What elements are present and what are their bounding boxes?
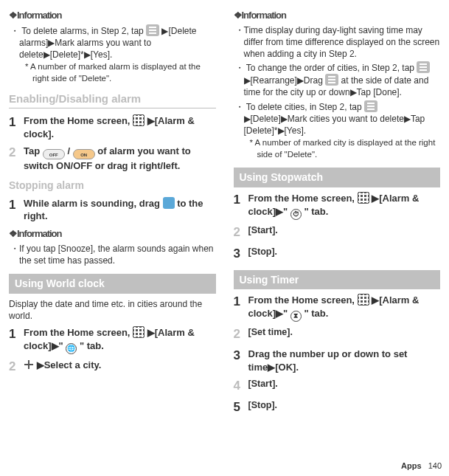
sub-heading: Stopping alarm <box>9 179 216 193</box>
step: 3 Drag the number up or down to set time… <box>234 348 441 373</box>
step-number: 2 <box>9 145 24 173</box>
text: From the Home screen, <box>248 294 358 306</box>
step: 1 From the Home screen, ▶[Alarm & clock]… <box>9 326 216 354</box>
apps-grid-icon <box>358 192 369 204</box>
text: " tab. <box>304 206 328 217</box>
text: To delete cities, in Step 2, tap <box>246 102 364 112</box>
section-heading: Enabling/Disabling alarm <box>9 92 216 108</box>
step-number: 2 <box>234 224 248 241</box>
text: ▶Select a city. <box>37 359 102 370</box>
toggle-on-icon: ON <box>73 149 95 159</box>
step-body: [Set time]. <box>248 326 441 343</box>
text: From the Home screen, <box>248 193 358 204</box>
step: 4 [Start]. <box>234 378 441 395</box>
info-bullet: To change the order of cities, in Step 2… <box>237 61 441 99</box>
info-heading: ❖Information <box>9 227 216 241</box>
step: 2 ▶Select a city. <box>9 359 216 376</box>
step-number: 1 <box>9 197 24 223</box>
stopwatch-tab-icon: ⏱ <box>290 209 302 220</box>
text: / <box>67 145 72 156</box>
menu-icon <box>417 61 430 73</box>
step-body: ▶Select a city. <box>24 359 216 376</box>
info-list: To delete alarms, in Step 2, tap ▶[Delet… <box>12 24 216 85</box>
text: Tap <box>24 145 43 156</box>
info-list: If you tap [Snooze], the alarm sounds ag… <box>12 243 216 266</box>
right-column: ❖Information Time display during day-lig… <box>225 0 450 476</box>
info-heading: ❖Information <box>234 9 441 22</box>
step-number: 4 <box>234 378 248 395</box>
plus-icon <box>24 359 34 370</box>
step-body: From the Home screen, ▶[Alarm & clock]. <box>24 114 216 140</box>
text: " tab. <box>304 308 328 319</box>
step-number: 2 <box>9 359 24 376</box>
timer-tab-icon: ⧗ <box>290 311 302 322</box>
text: To change the order of cities, in Step 2… <box>246 63 417 73</box>
intro-text: Display the date and time etc. in cities… <box>9 298 216 322</box>
globe-tab-icon: 🌐 <box>66 343 77 354</box>
page-footer: Apps 140 <box>401 461 442 472</box>
step-number: 5 <box>234 399 248 416</box>
text: While alarm is sounding, drag <box>24 198 163 209</box>
text: From the Home screen, <box>24 115 133 126</box>
step-number: 3 <box>234 246 248 263</box>
step: 5 [Stop]. <box>234 399 441 416</box>
step-body: From the Home screen, ▶[Alarm & clock]▶"… <box>24 326 216 354</box>
step: 3 [Stop]. <box>234 246 441 263</box>
left-column: ❖Information To delete alarms, in Step 2… <box>0 0 225 476</box>
footer-section: Apps <box>401 461 422 470</box>
step-number: 1 <box>234 192 248 220</box>
drag-handle-icon <box>325 74 338 86</box>
apps-grid-icon <box>133 114 145 126</box>
info-bullet: Time display during day-light saving tim… <box>237 24 441 61</box>
step-body: [Start]. <box>248 378 441 395</box>
page-number: 140 <box>428 461 442 470</box>
info-bullet: To delete alarms, in Step 2, tap ▶[Delet… <box>12 24 216 85</box>
step-body: While alarm is sounding, drag to the rig… <box>24 197 216 223</box>
apps-grid-icon <box>358 294 369 306</box>
step-body: From the Home screen, ▶[Alarm & clock]▶"… <box>248 294 441 322</box>
text: ▶[Delete]▶Mark cities you want to delete… <box>244 114 425 136</box>
step: 2 [Set time]. <box>234 326 441 343</box>
step: 1 From the Home screen, ▶[Alarm & clock]… <box>234 294 441 322</box>
text: ▶[Rearrange]▶Drag <box>244 75 326 86</box>
footnote: A number of marked alarm is displayed at… <box>19 61 216 84</box>
step: 1 While alarm is sounding, drag to the r… <box>9 197 216 223</box>
text: From the Home screen, <box>24 327 133 338</box>
step-body: Tap OFF / ON of alarm you want to switch… <box>24 145 216 173</box>
alarm-drag-icon <box>163 197 175 209</box>
info-heading: ❖Information <box>9 9 216 22</box>
text: " tab. <box>80 340 104 351</box>
step-number: 1 <box>9 114 24 140</box>
text: To delete alarms, in Step 2, tap <box>21 26 146 36</box>
info-list: Time display during day-light saving tim… <box>237 24 441 161</box>
step-number: 3 <box>234 348 248 373</box>
step-body: [Stop]. <box>248 399 441 416</box>
menu-icon <box>364 100 377 112</box>
step-body: [Start]. <box>248 224 441 241</box>
toggle-off-icon: OFF <box>43 149 65 159</box>
step-number: 2 <box>234 326 248 343</box>
menu-icon <box>146 24 159 36</box>
section-bar: Using Timer <box>234 270 441 290</box>
step-number: 1 <box>9 326 24 354</box>
section-bar: Using Stopwatch <box>234 168 441 187</box>
step: 1 From the Home screen, ▶[Alarm & clock]… <box>234 192 441 220</box>
info-bullet: To delete cities, in Step 2, tap ▶[Delet… <box>237 100 441 161</box>
step-number: 1 <box>234 294 248 322</box>
footnote: A number of marked city is displayed at … <box>244 137 441 160</box>
step-body: From the Home screen, ▶[Alarm & clock]▶"… <box>248 192 441 220</box>
step-body: Drag the number up or down to set time▶[… <box>248 348 441 373</box>
step-body: [Stop]. <box>248 246 441 263</box>
apps-grid-icon <box>133 326 145 338</box>
step: 2 Tap OFF / ON of alarm you want to swit… <box>9 145 216 173</box>
step: 2 [Start]. <box>234 224 441 241</box>
step: 1 From the Home screen, ▶[Alarm & clock]… <box>9 114 216 140</box>
section-bar: Using World clock <box>9 274 216 294</box>
info-bullet: If you tap [Snooze], the alarm sounds ag… <box>12 243 216 266</box>
